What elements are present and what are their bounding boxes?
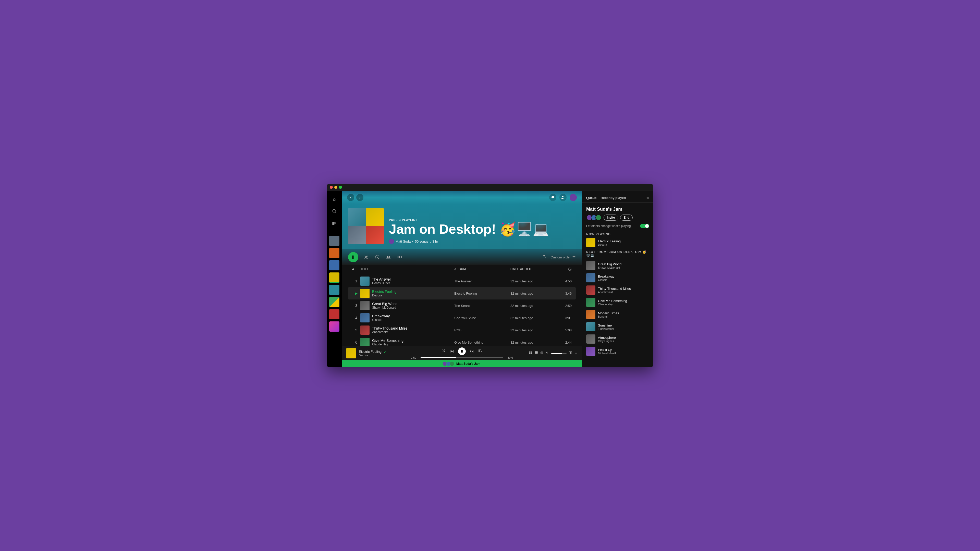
track-thumbnail	[360, 276, 369, 286]
previous-button[interactable]: ⏮	[450, 349, 454, 354]
sidebar-playlist-4[interactable]	[329, 272, 339, 283]
track-date: 32 minutes ago	[511, 316, 556, 320]
back-button[interactable]: ‹	[347, 194, 354, 201]
fullscreen-button[interactable]	[574, 351, 578, 355]
track-info: Great Big World Shawn McDonald	[360, 301, 454, 310]
track-number: 1	[352, 279, 360, 283]
track-artist: Anachronist	[372, 330, 407, 334]
let-others-toggle-switch[interactable]	[640, 224, 649, 228]
queue-thumb	[586, 298, 595, 307]
traffic-lights	[330, 186, 342, 189]
track-artist: Decora	[372, 294, 396, 297]
next-button[interactable]: ⏭	[470, 349, 474, 354]
track-list-container[interactable]: # Title Album Date added 1 The Answer Ho…	[342, 265, 582, 346]
progress-bar[interactable]: 2:50 3:46	[411, 356, 513, 359]
queue-item-artist: Anachronist	[598, 291, 631, 294]
forward-button[interactable]: ›	[356, 194, 363, 201]
svg-rect-7	[479, 350, 480, 351]
invite-button[interactable]: Invite	[604, 214, 618, 221]
jam-bar[interactable]: Matt Suda's Jam	[342, 360, 582, 367]
sidebar-playlist-5[interactable]	[329, 285, 339, 295]
more-options-button[interactable]: •••	[396, 254, 403, 261]
now-playing-info: Electric Feeling ✓ Decora	[359, 350, 387, 357]
track-row[interactable]: 5 Thirty-Thousand Miles Anachronist RGB …	[348, 324, 576, 336]
user-avatar-button[interactable]	[570, 194, 577, 201]
track-row[interactable]: 3 Great Big World Shawn McDonald The Sea…	[348, 300, 576, 312]
saved-indicator: ✓	[383, 350, 387, 354]
track-row[interactable]: 4 Breakaway Glassio See You Shine 32 min…	[348, 312, 576, 324]
sidebar-item-search[interactable]	[329, 206, 339, 216]
sidebar-playlist-7[interactable]	[329, 309, 339, 319]
miniplayer-button[interactable]	[569, 351, 572, 355]
friends-button[interactable]	[559, 194, 566, 201]
progress-track[interactable]	[421, 357, 503, 358]
track-row[interactable]: 1 The Answer Honey Butter The Answer 32 …	[348, 275, 576, 287]
tab-recently-played[interactable]: Recently played	[600, 194, 626, 202]
track-date: 32 minutes ago	[511, 304, 556, 308]
jam-session-avatar-3	[595, 214, 601, 221]
shuffle-player-button[interactable]	[442, 349, 446, 354]
track-row[interactable]: 6 Give Me Something Claude Hay Give Me S…	[348, 336, 576, 346]
svg-rect-10	[531, 351, 532, 353]
now-playing-view-button[interactable]	[529, 351, 532, 355]
sidebar-playlist-1[interactable]	[329, 236, 339, 246]
track-number: 4	[352, 316, 360, 320]
queue-item[interactable]: Atmosphere Clay Hughes	[586, 333, 649, 345]
controls-bar: ⏸ ••• Custom order	[342, 249, 582, 265]
sidebar-playlist-6[interactable]	[329, 297, 339, 307]
queue-thumb	[586, 261, 595, 270]
custom-order-selector[interactable]: Custom order	[550, 256, 576, 259]
follow-button[interactable]	[385, 254, 392, 261]
queue-item-title: Give Me Something	[598, 299, 627, 303]
minimize-button[interactable]	[334, 186, 337, 189]
track-artist: Glassio	[372, 318, 390, 322]
close-panel-button[interactable]: ✕	[646, 196, 649, 200]
now-playing-thumb	[346, 348, 356, 359]
notifications-button[interactable]	[549, 194, 556, 201]
download-button[interactable]	[374, 254, 381, 261]
playlist-title: Jam on Desktop! 🥳🖥️💻	[389, 222, 576, 236]
queue-now-playing-item[interactable]: Electric Feeling Decora	[586, 238, 649, 247]
owner-avatar	[389, 239, 394, 244]
queue-thumb	[586, 322, 595, 331]
play-pause-button[interactable]: ⏸	[348, 252, 358, 262]
tab-queue[interactable]: Queue	[586, 194, 597, 202]
track-info: Give Me Something Claude Hay	[360, 338, 454, 346]
queue-item[interactable]: Thirty-Thousand Miles Anachronist	[586, 284, 649, 296]
queue-item[interactable]: Sunshine Tigerweather	[586, 321, 649, 333]
queue-item-title: Sunshine	[598, 324, 614, 327]
volume-button[interactable]	[546, 351, 549, 355]
main-content: ‹ ›	[342, 191, 582, 367]
search-tracks-button[interactable]	[542, 254, 546, 260]
sidebar-item-home[interactable]: ⌂	[329, 194, 339, 204]
queue-item[interactable]: Breakaway Glassio	[586, 272, 649, 284]
end-jam-button[interactable]: End	[620, 214, 633, 221]
track-artist: Shawn McDonald	[372, 306, 397, 310]
queue-item[interactable]: Great Big World Shawn McDonald	[586, 259, 649, 272]
volume-slider[interactable]	[551, 353, 566, 354]
svg-rect-11	[529, 353, 531, 354]
sidebar-playlist-3[interactable]	[329, 260, 339, 270]
playlist-cover	[348, 208, 384, 244]
queue-thumb	[586, 286, 595, 295]
svg-rect-6	[479, 349, 481, 350]
sidebar-item-library[interactable]	[329, 218, 339, 229]
track-duration: 5:08	[556, 328, 572, 332]
sidebar-playlist-8[interactable]	[329, 321, 339, 332]
track-duration: 3:46	[556, 292, 572, 295]
lyrics-button[interactable]	[535, 351, 538, 355]
queue-button[interactable]	[478, 349, 482, 354]
connect-button[interactable]	[540, 351, 544, 355]
close-button[interactable]	[330, 186, 333, 189]
track-date: 32 minutes ago	[511, 279, 556, 283]
sidebar-playlist-2[interactable]	[329, 248, 339, 258]
queue-item[interactable]: Give Me Something Claude Hay	[586, 296, 649, 308]
track-title: Great Big World	[372, 302, 397, 306]
play-pause-player-button[interactable]: ⏸	[458, 348, 466, 355]
maximize-button[interactable]	[339, 186, 342, 189]
queue-item[interactable]: Modern Times Bonomi	[586, 308, 649, 321]
queue-thumb	[586, 347, 595, 356]
shuffle-button[interactable]	[363, 254, 369, 261]
queue-item[interactable]: Pick It Up Michael Minelli	[586, 345, 649, 357]
track-row[interactable]: ▶ Electric Feeling Decora Electric Feeli…	[348, 287, 576, 300]
